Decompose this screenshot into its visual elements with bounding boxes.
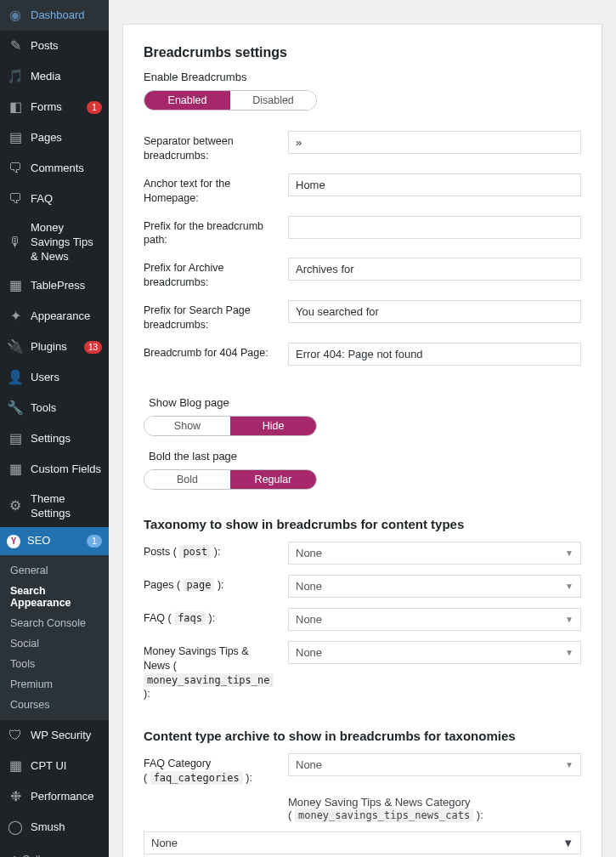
disable-btn[interactable]: Disabled: [230, 91, 316, 110]
submenu-tools[interactable]: Tools: [0, 654, 109, 674]
wrench-icon: 🔧: [7, 400, 24, 417]
prefix-archive-input[interactable]: [288, 258, 581, 281]
sidebar-item-performance[interactable]: ❉Performance: [0, 781, 109, 812]
forms-icon: ◧: [7, 99, 24, 116]
sidebar-item-plugins[interactable]: 🔌Plugins13: [0, 332, 109, 363]
prefix-search-label: Prefix for Search Page breadcrumbs:: [144, 300, 278, 332]
sidebar-item-users[interactable]: 👤Users: [0, 363, 109, 394]
sidebar-item-tools[interactable]: 🔧Tools: [0, 394, 109, 424]
tax-faq-select[interactable]: None▼: [288, 608, 581, 631]
sidebar-item-comments[interactable]: 🗨Comments: [0, 153, 109, 184]
section-title-breadcrumbs: Breadcrumbs settings: [144, 45, 581, 60]
sidebar-item-forms[interactable]: ◧Forms1: [0, 92, 109, 122]
sidebar-item-media[interactable]: 🎵Media: [0, 61, 109, 92]
sidebar-item-appearance[interactable]: ✦Appearance: [0, 302, 109, 332]
row-prefix-archive: Prefix for Archive breadcrumbs:: [144, 258, 581, 290]
sidebar-item-faq[interactable]: 🗨FAQ: [0, 184, 109, 214]
submenu-general[interactable]: General: [0, 560, 109, 581]
show-blog-toggle: Show Hide: [144, 416, 317, 436]
caret-icon: ▼: [565, 548, 574, 558]
tax-pages-label: Pages ( page ):: [144, 575, 278, 593]
archive-row-faq-cat: FAQ Category( faq_categories ): None▼: [144, 753, 581, 786]
regular-btn[interactable]: Regular: [230, 470, 316, 489]
caret-icon: ▼: [565, 648, 574, 657]
pages-icon: ▤: [7, 129, 24, 146]
tax-pages-select[interactable]: None▼: [288, 575, 581, 598]
faq-icon: 🗨: [7, 190, 24, 207]
smush-icon: ◯: [7, 819, 24, 836]
anchor-home-input[interactable]: [288, 173, 581, 196]
sidebar-item-wp-security[interactable]: 🛡WP Security: [0, 720, 109, 751]
sidebar-item-pages[interactable]: ▤Pages: [0, 122, 109, 153]
enable-btn[interactable]: Enabled: [144, 91, 230, 110]
blog-show-btn[interactable]: Show: [144, 417, 230, 435]
row-separator: Separator between breadcrumbs:: [144, 131, 581, 163]
tax-money-label: Money Savings Tips & News ( money_saving…: [144, 641, 278, 702]
sidebar-item-tablepress[interactable]: ▦TablePress: [0, 271, 109, 302]
sidebar-item-seo[interactable]: YSEO1: [0, 527, 109, 555]
sidebar-item-smush[interactable]: ◯Smush: [0, 812, 109, 843]
tax-row-posts: Posts ( post ): None▼: [144, 542, 581, 565]
archive-faq-select[interactable]: None▼: [288, 753, 581, 776]
brush-icon: ✦: [7, 309, 24, 326]
seo-submenu: General Search Appearance Search Console…: [0, 555, 109, 720]
submenu-premium[interactable]: Premium: [0, 674, 109, 695]
prefix-path-input[interactable]: [288, 216, 581, 239]
media-icon: 🎵: [7, 68, 24, 85]
row-prefix-path: Prefix for the breadcrumb path:: [144, 216, 581, 248]
submenu-search-console[interactable]: Search Console: [0, 613, 109, 633]
prefix-search-input[interactable]: [288, 300, 581, 323]
collapse-icon: ◀: [7, 853, 15, 857]
404-label: Breadcrumb for 404 Page:: [144, 343, 278, 360]
dashboard-icon: ◉: [7, 7, 24, 24]
caret-icon: ▼: [565, 615, 574, 624]
sidebar-item-settings[interactable]: ▤Settings: [0, 424, 109, 455]
sidebar-item-posts[interactable]: ✎Posts: [0, 31, 109, 61]
archive-money-select[interactable]: None▼: [144, 831, 581, 854]
microphone-icon: 🎙: [7, 234, 24, 251]
show-blog-label: Show Blog page: [149, 396, 581, 409]
prefix-path-label: Prefix for the breadcrumb path:: [144, 216, 278, 248]
collapse-menu[interactable]: ◀Collapse menu: [0, 846, 109, 857]
submenu-courses[interactable]: Courses: [0, 695, 109, 715]
plugins-badge: 13: [84, 341, 102, 354]
separator-label: Separator between breadcrumbs:: [144, 131, 278, 163]
sidebar-item-cpt-ui[interactable]: ▦CPT UI: [0, 751, 109, 781]
sidebar-item-money-savings[interactable]: 🎙Money Savings Tips & News: [0, 214, 109, 271]
bold-last-toggle: Bold Regular: [144, 469, 317, 490]
plug-icon: 🔌: [7, 339, 24, 356]
row-anchor-home: Anchor text for the Homepage:: [144, 173, 581, 206]
archive-faq-label: FAQ Category( faq_categories ):: [144, 753, 278, 786]
caret-icon: ▼: [565, 760, 574, 769]
sidebar-item-dashboard[interactable]: ◉Dashboard: [0, 0, 109, 31]
taxonomy-section-title: Taxonomy to show in breadcrumbs for cont…: [144, 517, 581, 531]
archive-row-money-cat: Money Saving Tips & News Category( money…: [144, 796, 581, 821]
row-prefix-search: Prefix for Search Page breadcrumbs:: [144, 300, 581, 332]
archive-section-title: Content type archive to show in breadcru…: [144, 729, 581, 743]
cpt-icon: ▦: [7, 758, 24, 775]
enable-breadcrumbs-toggle: Enabled Disabled: [144, 90, 317, 111]
submenu-search-appearance[interactable]: Search Appearance: [0, 581, 109, 613]
tax-faq-label: FAQ ( faqs ):: [144, 608, 278, 626]
submenu-social[interactable]: Social: [0, 633, 109, 654]
prefix-archive-label: Prefix for Archive breadcrumbs:: [144, 258, 278, 290]
separator-input[interactable]: [288, 131, 581, 154]
bold-btn[interactable]: Bold: [144, 470, 230, 489]
seo-badge: 1: [87, 535, 102, 548]
tax-row-money-savings: Money Savings Tips & News ( money_saving…: [144, 641, 581, 702]
blog-hide-btn[interactable]: Hide: [230, 417, 316, 435]
breadcrumbs-settings-panel: Breadcrumbs settings Enable Breadcrumbs …: [122, 24, 602, 857]
404-input[interactable]: [288, 343, 581, 366]
caret-icon: ▼: [565, 582, 574, 591]
anchor-home-label: Anchor text for the Homepage:: [144, 173, 278, 206]
content-area: Breadcrumbs settings Enable Breadcrumbs …: [109, 0, 616, 857]
tax-posts-label: Posts ( post ):: [144, 542, 278, 559]
tax-money-select[interactable]: None▼: [288, 641, 581, 664]
sidebar-item-theme-settings[interactable]: ⚙Theme Settings: [0, 485, 109, 528]
archive-money-label: Money Saving Tips & News Category( money…: [288, 796, 581, 821]
sidebar-item-custom-fields[interactable]: ▦Custom Fields: [0, 455, 109, 485]
tax-posts-select[interactable]: None▼: [288, 542, 581, 565]
tax-row-faq: FAQ ( faqs ): None▼: [144, 608, 581, 631]
enable-breadcrumbs-label: Enable Breadcrumbs: [144, 71, 581, 83]
caret-icon: ▼: [562, 837, 574, 849]
